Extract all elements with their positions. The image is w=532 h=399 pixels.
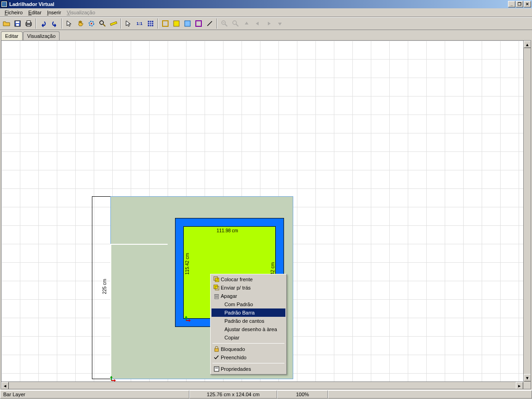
- open-button[interactable]: [1, 18, 12, 29]
- rect-yellow-tool[interactable]: [171, 18, 181, 29]
- scroll-left-button[interactable]: ◂: [1, 382, 9, 389]
- scroll-up-button[interactable]: ▴: [524, 41, 531, 48]
- zoom-out-button[interactable]: [219, 18, 230, 29]
- menu-editar[interactable]: Editar: [25, 9, 44, 16]
- svg-line-22: [236, 24, 238, 26]
- ctx-padrao-barra[interactable]: Padrão Barra: [212, 308, 285, 317]
- ctx-label: Com Padrão: [224, 302, 253, 307]
- ctx-padrao-cantos[interactable]: Padrão de cantos: [212, 317, 285, 325]
- svg-rect-5: [27, 21, 30, 23]
- dim-outer-height: 225 cm: [102, 279, 107, 294]
- svg-rect-2: [16, 21, 19, 23]
- undo-button[interactable]: [38, 18, 48, 29]
- toolbar: 1:1: [0, 17, 532, 30]
- tab-visualizacao[interactable]: Visualização: [23, 31, 60, 40]
- window-buttons: _ ❐ ✕: [508, 1, 531, 7]
- scale-1to1-button[interactable]: 1:1: [134, 18, 145, 29]
- toolbar-sep: [36, 18, 36, 29]
- check-icon: [212, 354, 221, 361]
- svg-point-8: [91, 23, 92, 24]
- ctx-label: Padrão de cantos: [224, 318, 264, 324]
- select-tool[interactable]: [123, 18, 133, 29]
- context-menu: Colocar frente Enviar p/ trás Apagar Com…: [210, 274, 287, 375]
- svg-rect-41: [214, 367, 219, 371]
- ctx-label: Apagar: [221, 293, 237, 299]
- menubar: Ficheiro Editar Inserir Visualização: [0, 8, 532, 17]
- v-scrollbar[interactable]: ▴ ▾: [523, 41, 531, 381]
- measure-tool[interactable]: [109, 18, 119, 29]
- svg-line-10: [103, 24, 105, 26]
- print-button[interactable]: [24, 18, 34, 29]
- ctx-label: Bloqueado: [221, 346, 245, 352]
- grid-button[interactable]: [145, 18, 156, 29]
- ctx-sep: [212, 343, 284, 344]
- svg-rect-11: [110, 22, 117, 26]
- ctx-label: Padrão Barra: [224, 310, 254, 315]
- zoom-tool[interactable]: [97, 18, 108, 29]
- ctx-propriedades[interactable]: Propriedades: [212, 365, 285, 373]
- svg-point-21: [233, 21, 236, 24]
- titlebar: Ladrilhador Virtual _ ❐ ✕: [0, 0, 532, 8]
- send-back-icon: [212, 284, 221, 291]
- origin-axes-icon: [181, 316, 191, 325]
- status-dimensions: 125.76 cm x 124.04 cm: [189, 390, 277, 399]
- ctx-sep: [212, 363, 284, 363]
- menu-ficheiro[interactable]: Ficheiro: [2, 9, 25, 16]
- save-button[interactable]: [12, 18, 23, 29]
- svg-rect-13: [163, 21, 168, 26]
- h-scrollbar[interactable]: ◂ ▸: [1, 381, 523, 389]
- svg-point-9: [100, 21, 103, 24]
- tab-editar[interactable]: Editar: [1, 31, 23, 41]
- ctx-preenchido[interactable]: Preenchido: [212, 353, 285, 362]
- svg-rect-16: [196, 21, 201, 26]
- rect-blue-tool[interactable]: [182, 18, 193, 29]
- line-tool[interactable]: [205, 18, 215, 29]
- ctx-ajustar-area[interactable]: Ajustar desenho à àrea: [212, 325, 285, 333]
- scroll-right-button[interactable]: ▸: [516, 382, 523, 389]
- bring-front-icon: [212, 276, 221, 283]
- canvas[interactable]: 111.98 cm 115.42 cm 42 cm 225 cm Colocar…: [1, 40, 531, 389]
- ctx-bloqueado[interactable]: Bloqueado: [212, 345, 285, 353]
- rotate-tool[interactable]: [86, 18, 97, 29]
- redo-button[interactable]: [49, 18, 60, 29]
- cursor-tool[interactable]: [64, 18, 74, 29]
- svg-line-19: [225, 24, 227, 26]
- svg-rect-33: [214, 285, 218, 289]
- ctx-colocar-frente[interactable]: Colocar frente: [212, 275, 285, 284]
- dim-height-left: 115.42 cm: [185, 253, 190, 275]
- dim-height-right: 42 cm: [270, 262, 275, 275]
- ctx-label: Propriedades: [221, 366, 251, 372]
- rect-hollow-tool[interactable]: [160, 18, 170, 29]
- ctx-label: Ajustar desenho à àrea: [224, 326, 277, 332]
- nav-right-button[interactable]: [264, 18, 274, 29]
- svg-rect-40: [215, 349, 218, 351]
- ctx-copiar[interactable]: Copiar: [212, 333, 285, 342]
- zoom-in-button[interactable]: [230, 18, 241, 29]
- hand-tool[interactable]: [75, 18, 85, 29]
- menu-inserir[interactable]: Inserir: [44, 9, 64, 16]
- app-icon: [1, 1, 7, 7]
- rect-purple-tool[interactable]: [193, 18, 204, 29]
- nav-left-button[interactable]: [253, 18, 263, 29]
- minimize-button[interactable]: _: [508, 1, 515, 7]
- svg-rect-14: [174, 21, 179, 26]
- nav-up-button[interactable]: [242, 18, 252, 29]
- wall-line-v: [110, 244, 111, 379]
- tabbar: Editar Visualização: [0, 30, 532, 40]
- svg-rect-6: [27, 25, 30, 26]
- ctx-apagar[interactable]: Apagar: [212, 292, 285, 300]
- nav-down-button[interactable]: [275, 18, 285, 29]
- ctx-com-padrao[interactable]: Com Padrão: [212, 300, 285, 308]
- svg-line-17: [207, 21, 212, 26]
- ctx-enviar-tras[interactable]: Enviar p/ trás: [212, 284, 285, 292]
- wall-line-h: [110, 244, 168, 245]
- toolbar-sep: [157, 18, 158, 29]
- maximize-button[interactable]: ❐: [516, 1, 523, 7]
- close-button[interactable]: ✕: [524, 1, 531, 7]
- statusbar: Bar Layer 125.76 cm x 124.04 cm 100%: [0, 390, 532, 399]
- lock-icon: [212, 346, 221, 352]
- scroll-down-button[interactable]: ▾: [524, 374, 531, 381]
- menu-visualizacao[interactable]: Visualização: [64, 9, 98, 16]
- toolbar-sep: [217, 18, 218, 29]
- status-spacer: [328, 390, 532, 399]
